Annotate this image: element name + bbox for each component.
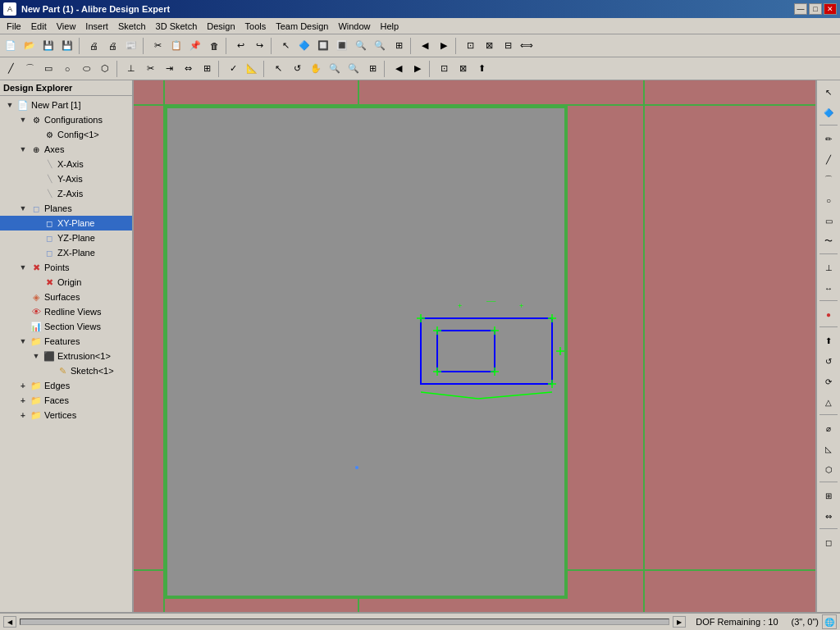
3d-snap-btn2[interactable]: ⊠: [454, 60, 472, 78]
expander-vertices[interactable]: +: [16, 409, 30, 422]
right-btn-sweep[interactable]: ⟳: [819, 372, 838, 391]
menu-edit[interactable]: Edit: [26, 20, 52, 33]
tree-points[interactable]: ▼ ✖ Points: [0, 260, 132, 275]
menu-view[interactable]: View: [52, 20, 81, 33]
zoom2-button[interactable]: 🔍: [326, 60, 344, 78]
expander-points[interactable]: ▼: [16, 261, 30, 274]
expander-configurations[interactable]: ▼: [16, 113, 30, 126]
scroll-right-arrow[interactable]: ▶: [673, 616, 686, 628]
snap-btn1[interactable]: ⊡: [461, 37, 479, 55]
zoom-fit2-button[interactable]: ⊞: [363, 60, 381, 78]
tree-extrusion1[interactable]: ▼ ⬛ Extrusion<1>: [0, 349, 132, 363]
arrow-left-btn[interactable]: ◀: [390, 60, 408, 78]
tree-vertices[interactable]: + 📁 Vertices: [0, 408, 132, 422]
expander-extrusion1[interactable]: ▼: [30, 349, 43, 363]
sketch-offset-button[interactable]: ⊞: [198, 60, 216, 78]
tree-redline-views[interactable]: ▼ 👁 Redline Views: [0, 304, 132, 319]
zoom-in-button[interactable]: 🔍: [352, 37, 370, 55]
delete-button[interactable]: 🗑: [205, 37, 223, 55]
tree-z-axis[interactable]: ▼ ╲ Z-Axis: [0, 186, 132, 201]
right-btn-loft[interactable]: △: [819, 392, 838, 412]
right-btn-spline[interactable]: 〜: [819, 231, 838, 251]
arrow-right-btn[interactable]: ▶: [409, 60, 427, 78]
select-button[interactable]: ↖: [276, 37, 294, 55]
sketch-constraint-button[interactable]: ⊥: [122, 60, 140, 78]
close-button[interactable]: ✕: [824, 3, 837, 15]
tree-edges[interactable]: + 📁 Edges: [0, 378, 132, 393]
zoom-fit-button[interactable]: ⊞: [390, 37, 408, 55]
3d-extrude-btn[interactable]: ⬆: [472, 60, 491, 78]
tree-axes[interactable]: ▼ ⊕ Axes: [0, 142, 132, 157]
right-btn-plane[interactable]: ◻: [819, 532, 838, 552]
tree-config1[interactable]: ▼ ⚙ Config<1>: [0, 127, 132, 142]
view-btn2[interactable]: 🔲: [314, 37, 332, 55]
copy-button[interactable]: 📋: [167, 37, 185, 55]
move-right-button[interactable]: ▶: [435, 37, 453, 55]
sketch-extend-button[interactable]: ⇥: [160, 60, 178, 78]
menu-design[interactable]: Design: [202, 20, 240, 33]
print-preview-button[interactable]: 🖨: [103, 37, 121, 55]
scroll-left-arrow[interactable]: ◀: [3, 616, 16, 628]
sketch-circle-button[interactable]: ○: [58, 60, 76, 78]
menu-insert[interactable]: Insert: [80, 20, 113, 33]
right-btn-extrude[interactable]: ⬆: [819, 331, 838, 350]
tree-section-views[interactable]: ▼ 📊 Section Views: [0, 319, 132, 334]
menu-file[interactable]: File: [2, 20, 26, 33]
right-btn-revolve[interactable]: ↺: [819, 351, 838, 371]
save-button[interactable]: 💾: [39, 37, 57, 55]
tree-zx-plane[interactable]: ▼ ◻ ZX-Plane: [0, 245, 132, 260]
sketch-arc-button[interactable]: ⌒: [21, 60, 39, 78]
open-button[interactable]: 📂: [21, 37, 39, 55]
menu-help[interactable]: Help: [376, 20, 404, 33]
zoom-out-button[interactable]: 🔍: [371, 37, 389, 55]
sketch-mirror-button[interactable]: ⇔: [179, 60, 197, 78]
view3d-button[interactable]: 🔷: [295, 37, 313, 55]
expander-axes[interactable]: ▼: [16, 143, 30, 156]
right-btn-dot[interactable]: ●: [819, 304, 838, 324]
dimension-button[interactable]: ⟺: [518, 37, 536, 55]
save-all-button[interactable]: 💾: [58, 37, 76, 55]
scroll-track[interactable]: [20, 619, 669, 625]
sketch-poly-button[interactable]: ⬡: [96, 60, 114, 78]
expander-new-part[interactable]: ▼: [3, 98, 16, 112]
menu-window[interactable]: Window: [333, 20, 375, 33]
view-btn3[interactable]: 🔳: [333, 37, 351, 55]
right-btn-arc[interactable]: ⌒: [819, 170, 838, 189]
tree-new-part[interactable]: ▼ 📄 New Part [1]: [0, 98, 132, 112]
menu-teamdesign[interactable]: Team Design: [271, 20, 333, 33]
undo-button[interactable]: ↩: [231, 37, 249, 55]
right-btn-constraint[interactable]: ⊥: [819, 258, 838, 277]
snap-btn2[interactable]: ⊠: [480, 37, 498, 55]
3d-snap-btn[interactable]: ⊡: [435, 60, 453, 78]
right-btn-shell[interactable]: ⬡: [819, 459, 838, 479]
pan-button[interactable]: ✋: [307, 60, 325, 78]
right-btn-dim[interactable]: ↔: [819, 278, 838, 298]
snap-btn3[interactable]: ⊟: [499, 37, 517, 55]
right-btn-cursor[interactable]: ↖: [819, 82, 838, 102]
tree-sketch1[interactable]: ▼ ✎ Sketch<1>: [0, 363, 132, 378]
tree-yz-plane[interactable]: ▼ ◻ YZ-Plane: [0, 231, 132, 245]
sketch-line-button[interactable]: ╱: [2, 60, 20, 78]
move-left-button[interactable]: ◀: [416, 37, 434, 55]
tree-y-axis[interactable]: ▼ ╲ Y-Axis: [0, 171, 132, 186]
tree-configurations[interactable]: ▼ ⚙ Configurations: [0, 112, 132, 127]
right-btn-mirror-3d[interactable]: ⇔: [819, 506, 838, 526]
sketch-ellipse-button[interactable]: ⬭: [77, 60, 95, 78]
paste-button[interactable]: 📌: [186, 37, 204, 55]
menu-3dsketch[interactable]: 3D Sketch: [151, 20, 203, 33]
tree-x-axis[interactable]: ▼ ╲ X-Axis: [0, 157, 132, 171]
right-btn-rect[interactable]: ▭: [819, 211, 838, 231]
sketch-rect-button[interactable]: ▭: [39, 60, 57, 78]
redo-button[interactable]: ↪: [250, 37, 268, 55]
print-button[interactable]: 🖨: [84, 37, 103, 55]
right-btn-fillet[interactable]: ⌀: [819, 418, 838, 438]
tree-origin[interactable]: ▼ ✖ Origin: [0, 275, 132, 290]
new-button[interactable]: 📄: [2, 37, 20, 55]
sketch-trim-button[interactable]: ✂: [141, 60, 159, 78]
select2-button[interactable]: ↖: [269, 60, 287, 78]
menu-tools[interactable]: Tools: [240, 20, 272, 33]
expander-planes[interactable]: ▼: [16, 202, 30, 215]
right-btn-pattern[interactable]: ⊞: [819, 486, 838, 505]
maximize-button[interactable]: □: [809, 3, 822, 15]
pdf-button[interactable]: 📰: [122, 37, 140, 55]
